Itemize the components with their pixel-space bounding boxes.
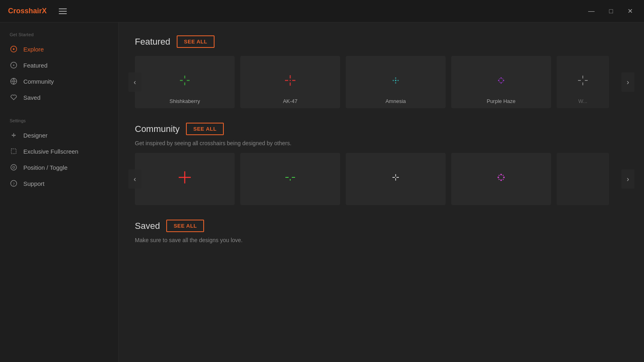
svg-point-35 [499,82,500,82]
svg-point-34 [502,78,503,79]
svg-point-57 [503,179,504,180]
community-card-3[interactable] [346,153,446,205]
svg-rect-10 [11,149,16,154]
sidebar-item-position-toggle[interactable]: Position / Toggle [0,159,118,175]
svg-point-31 [498,80,500,81]
purple-haze-crosshair [493,72,509,88]
amnesia-label: Amnesia [386,98,406,104]
community-crosshair-4 [493,169,509,185]
svg-point-50 [500,174,502,175]
featured-carousel: ‹ Shishkaberry [135,56,628,108]
community-cards-row [135,153,628,205]
main-layout: Get Started Explore Featured [0,23,644,362]
support-icon: ? [10,179,18,187]
svg-point-33 [499,78,500,79]
svg-point-25 [393,80,394,81]
amnesia-crosshair [388,72,404,88]
featured-section-header: Featured SEE ALL [135,35,628,48]
saved-section-header: Saved SEE ALL [135,220,628,232]
community-carousel: ‹ [135,153,628,205]
saved-title: Saved [135,221,160,231]
featured-icon [10,61,18,69]
app-title-accent: X [42,7,47,15]
sidebar-item-designer[interactable]: Designer [0,127,118,143]
fullscreen-icon [10,147,18,155]
minimize-button[interactable]: — [585,6,598,16]
svg-point-3 [13,65,14,66]
svg-point-23 [290,80,291,81]
saved-description: Make sure to save all the designs you lo… [135,237,628,243]
saved-see-all-button[interactable]: SEE ALL [166,220,204,232]
community-crosshair-2 [282,169,298,185]
window-controls: — □ ✕ [585,6,636,16]
sidebar-community-label: Community [23,78,54,85]
svg-point-51 [500,179,502,181]
hamburger-menu[interactable] [59,8,67,14]
sidebar: Get Started Explore Featured [0,23,119,362]
community-see-all-button[interactable]: SEE ALL [186,123,224,135]
settings-label: Settings [0,118,118,127]
close-button[interactable]: ✕ [624,6,636,16]
community-description: Get inspired by seeing all crosshairs be… [135,140,628,146]
community-crosshair-1 [177,169,193,185]
svg-point-52 [497,177,499,178]
sidebar-explore-label: Explore [23,46,44,53]
featured-title: Featured [135,37,170,47]
community-icon [10,77,18,85]
sidebar-item-saved[interactable]: Saved [0,89,118,105]
svg-point-30 [500,82,502,84]
svg-point-32 [503,80,504,81]
featured-prev-button[interactable]: ‹ [128,72,141,92]
svg-point-26 [398,80,399,81]
svg-point-11 [11,165,17,170]
ak47-crosshair [282,72,298,88]
position-icon [10,163,18,171]
svg-point-36 [502,82,503,82]
svg-point-28 [395,82,396,84]
svg-text:?: ? [13,181,15,186]
explore-icon [10,45,18,53]
community-title: Community [135,124,180,134]
featured-card-partial[interactable]: W... [557,56,609,108]
community-next-button[interactable]: › [621,169,634,189]
featured-card-ak47[interactable]: AK-47 [240,56,340,108]
community-prev-button[interactable]: ‹ [128,169,141,189]
sidebar-support-label: Support [23,180,45,187]
svg-point-24 [395,80,396,81]
get-started-label: Get Started [0,32,118,41]
svg-point-27 [395,78,396,79]
community-crosshair-3 [388,169,404,185]
sidebar-item-featured[interactable]: Featured [0,57,118,73]
featured-cards-row: Shishkaberry AK-47 [135,56,628,108]
featured-next-button[interactable]: › [621,72,634,92]
svg-point-53 [503,177,505,178]
designer-icon [10,131,18,139]
community-card-partial[interactable] [557,153,609,205]
svg-point-54 [499,175,500,176]
sidebar-item-exclusive-fullscreen[interactable]: Exclusive Fullscreen [0,143,118,159]
shishkaberry-crosshair [177,72,193,88]
partial-label: W... [578,98,587,104]
partial-crosshair [575,72,591,88]
featured-card-amnesia[interactable]: Amnesia [346,56,446,108]
featured-see-all-button[interactable]: SEE ALL [177,35,215,48]
ak47-label: AK-47 [283,98,297,104]
featured-card-shishkaberry[interactable]: Shishkaberry [135,56,235,108]
svg-point-56 [499,179,500,180]
community-card-4[interactable] [451,153,551,205]
sidebar-item-support[interactable]: ? Support [0,175,118,191]
featured-card-purple-haze[interactable]: Purple Haze [451,56,551,108]
svg-point-1 [13,48,14,50]
shishkaberry-label: Shishkaberry [169,98,200,104]
community-card-2[interactable] [240,153,340,205]
maximize-button[interactable]: □ [606,6,616,16]
purple-haze-label: Purple Haze [487,98,516,104]
sidebar-saved-label: Saved [23,94,41,101]
sidebar-featured-label: Featured [23,62,47,69]
titlebar: CrosshairX — □ ✕ [0,0,644,23]
sidebar-item-explore[interactable]: Explore [0,41,118,57]
sidebar-designer-label: Designer [23,132,47,139]
svg-point-12 [13,167,15,169]
community-card-1[interactable] [135,153,235,205]
sidebar-item-community[interactable]: Community [0,73,118,89]
